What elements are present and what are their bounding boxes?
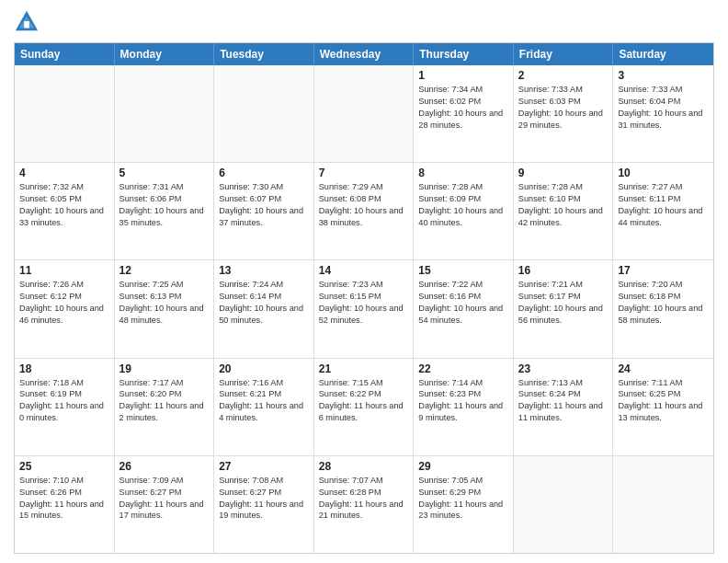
calendar: SundayMondayTuesdayWednesdayThursdayFrid… (14, 42, 714, 554)
day-info: Sunrise: 7:21 AM Sunset: 6:17 PM Dayligh… (518, 279, 609, 327)
calendar-header: SundayMondayTuesdayWednesdayThursdayFrid… (15, 43, 713, 65)
day-info: Sunrise: 7:30 AM Sunset: 6:07 PM Dayligh… (219, 181, 309, 229)
day-number: 25 (19, 460, 109, 473)
day-cell-5: 5Sunrise: 7:31 AM Sunset: 6:06 PM Daylig… (115, 163, 215, 259)
day-info: Sunrise: 7:27 AM Sunset: 6:11 PM Dayligh… (618, 181, 709, 229)
day-number: 9 (518, 167, 609, 179)
header-day-tuesday: Tuesday (214, 43, 314, 65)
day-number: 18 (19, 362, 109, 375)
day-info: Sunrise: 7:07 AM Sunset: 6:28 PM Dayligh… (319, 475, 409, 523)
day-info: Sunrise: 7:31 AM Sunset: 6:06 PM Dayligh… (119, 181, 210, 229)
empty-cell (613, 456, 713, 553)
day-number: 26 (119, 460, 210, 473)
day-info: Sunrise: 7:18 AM Sunset: 6:19 PM Dayligh… (19, 377, 109, 425)
day-cell-24: 24Sunrise: 7:11 AM Sunset: 6:25 PM Dayli… (613, 359, 713, 455)
day-number: 13 (219, 264, 309, 277)
empty-cell (514, 456, 614, 553)
header-day-sunday: Sunday (15, 43, 115, 65)
day-cell-3: 3Sunrise: 7:33 AM Sunset: 6:04 PM Daylig… (613, 65, 713, 162)
header-day-wednesday: Wednesday (314, 43, 415, 65)
day-cell-17: 17Sunrise: 7:20 AM Sunset: 6:18 PM Dayli… (613, 260, 713, 357)
day-cell-6: 6Sunrise: 7:30 AM Sunset: 6:07 PM Daylig… (214, 163, 314, 259)
day-number: 16 (518, 264, 609, 277)
day-info: Sunrise: 7:08 AM Sunset: 6:27 PM Dayligh… (219, 475, 309, 523)
day-info: Sunrise: 7:32 AM Sunset: 6:05 PM Dayligh… (19, 181, 109, 229)
day-number: 23 (518, 362, 609, 375)
day-info: Sunrise: 7:14 AM Sunset: 6:23 PM Dayligh… (418, 377, 508, 425)
day-number: 8 (418, 167, 508, 179)
day-number: 22 (418, 362, 508, 375)
header-day-friday: Friday (514, 43, 614, 65)
calendar-row-2: 4Sunrise: 7:32 AM Sunset: 6:05 PM Daylig… (15, 163, 713, 260)
day-cell-13: 13Sunrise: 7:24 AM Sunset: 6:14 PM Dayli… (214, 260, 314, 357)
day-number: 7 (319, 167, 409, 179)
day-info: Sunrise: 7:26 AM Sunset: 6:12 PM Dayligh… (19, 279, 109, 327)
empty-cell (15, 65, 115, 162)
day-number: 19 (119, 362, 210, 375)
empty-cell (314, 65, 415, 162)
day-cell-12: 12Sunrise: 7:25 AM Sunset: 6:13 PM Dayli… (115, 260, 215, 357)
header-day-monday: Monday (115, 43, 215, 65)
day-info: Sunrise: 7:13 AM Sunset: 6:24 PM Dayligh… (518, 377, 609, 425)
day-number: 24 (618, 362, 709, 375)
day-info: Sunrise: 7:09 AM Sunset: 6:27 PM Dayligh… (119, 475, 210, 523)
day-number: 1 (418, 69, 508, 82)
day-number: 15 (418, 264, 508, 277)
calendar-row-3: 11Sunrise: 7:26 AM Sunset: 6:12 PM Dayli… (15, 260, 713, 358)
day-info: Sunrise: 7:25 AM Sunset: 6:13 PM Dayligh… (119, 279, 210, 327)
day-cell-10: 10Sunrise: 7:27 AM Sunset: 6:11 PM Dayli… (613, 163, 713, 259)
day-cell-4: 4Sunrise: 7:32 AM Sunset: 6:05 PM Daylig… (15, 163, 115, 259)
day-info: Sunrise: 7:24 AM Sunset: 6:14 PM Dayligh… (219, 279, 309, 327)
day-cell-23: 23Sunrise: 7:13 AM Sunset: 6:24 PM Dayli… (514, 359, 614, 455)
day-number: 12 (119, 264, 210, 277)
day-number: 2 (518, 69, 609, 82)
day-info: Sunrise: 7:17 AM Sunset: 6:20 PM Dayligh… (119, 377, 210, 425)
day-cell-25: 25Sunrise: 7:10 AM Sunset: 6:26 PM Dayli… (15, 456, 115, 553)
day-cell-19: 19Sunrise: 7:17 AM Sunset: 6:20 PM Dayli… (115, 359, 215, 455)
header-day-saturday: Saturday (613, 43, 713, 65)
day-info: Sunrise: 7:10 AM Sunset: 6:26 PM Dayligh… (19, 475, 109, 523)
day-info: Sunrise: 7:22 AM Sunset: 6:16 PM Dayligh… (418, 279, 508, 327)
calendar-row-4: 18Sunrise: 7:18 AM Sunset: 6:19 PM Dayli… (15, 359, 713, 456)
calendar-body: 1Sunrise: 7:34 AM Sunset: 6:02 PM Daylig… (15, 65, 713, 553)
empty-cell (214, 65, 314, 162)
day-number: 29 (418, 460, 508, 473)
day-number: 6 (219, 167, 309, 179)
day-number: 21 (319, 362, 409, 375)
day-cell-16: 16Sunrise: 7:21 AM Sunset: 6:17 PM Dayli… (514, 260, 614, 357)
day-info: Sunrise: 7:34 AM Sunset: 6:02 PM Dayligh… (418, 84, 508, 132)
day-info: Sunrise: 7:33 AM Sunset: 6:03 PM Dayligh… (518, 84, 609, 132)
day-cell-18: 18Sunrise: 7:18 AM Sunset: 6:19 PM Dayli… (15, 359, 115, 455)
day-cell-11: 11Sunrise: 7:26 AM Sunset: 6:12 PM Dayli… (15, 260, 115, 357)
day-cell-27: 27Sunrise: 7:08 AM Sunset: 6:27 PM Dayli… (214, 456, 314, 553)
day-cell-29: 29Sunrise: 7:05 AM Sunset: 6:29 PM Dayli… (414, 456, 514, 553)
day-info: Sunrise: 7:29 AM Sunset: 6:08 PM Dayligh… (319, 181, 409, 229)
day-cell-2: 2Sunrise: 7:33 AM Sunset: 6:03 PM Daylig… (514, 65, 614, 162)
day-cell-9: 9Sunrise: 7:28 AM Sunset: 6:10 PM Daylig… (514, 163, 614, 259)
day-cell-26: 26Sunrise: 7:09 AM Sunset: 6:27 PM Dayli… (115, 456, 215, 553)
day-info: Sunrise: 7:11 AM Sunset: 6:25 PM Dayligh… (618, 377, 709, 425)
day-number: 14 (319, 264, 409, 277)
day-cell-15: 15Sunrise: 7:22 AM Sunset: 6:16 PM Dayli… (414, 260, 514, 357)
day-number: 17 (618, 264, 709, 277)
day-number: 11 (19, 264, 109, 277)
day-number: 27 (219, 460, 309, 473)
day-number: 10 (618, 167, 709, 179)
day-info: Sunrise: 7:20 AM Sunset: 6:18 PM Dayligh… (618, 279, 709, 327)
header (14, 9, 714, 35)
day-cell-8: 8Sunrise: 7:28 AM Sunset: 6:09 PM Daylig… (414, 163, 514, 259)
day-cell-20: 20Sunrise: 7:16 AM Sunset: 6:21 PM Dayli… (214, 359, 314, 455)
day-number: 4 (19, 167, 109, 179)
day-number: 28 (319, 460, 409, 473)
day-cell-7: 7Sunrise: 7:29 AM Sunset: 6:08 PM Daylig… (314, 163, 415, 259)
day-info: Sunrise: 7:28 AM Sunset: 6:10 PM Dayligh… (518, 181, 609, 229)
day-info: Sunrise: 7:23 AM Sunset: 6:15 PM Dayligh… (319, 279, 409, 327)
empty-cell (115, 65, 215, 162)
day-info: Sunrise: 7:16 AM Sunset: 6:21 PM Dayligh… (219, 377, 309, 425)
calendar-row-1: 1Sunrise: 7:34 AM Sunset: 6:02 PM Daylig… (15, 65, 713, 163)
logo (14, 9, 43, 35)
logo-icon (14, 9, 40, 35)
page: SundayMondayTuesdayWednesdayThursdayFrid… (0, 0, 728, 563)
svg-rect-2 (24, 21, 29, 28)
day-info: Sunrise: 7:15 AM Sunset: 6:22 PM Dayligh… (319, 377, 409, 425)
